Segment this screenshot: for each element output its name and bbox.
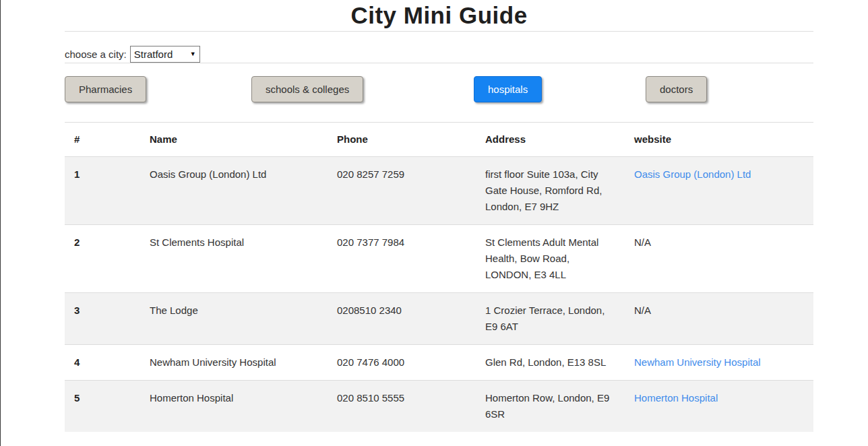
hospital-website-cell: Newham University Hospital <box>625 345 813 381</box>
hospital-address: Glen Rd, London, E13 8SL <box>476 345 625 381</box>
main-container: City Mini Guide choose a city: Stratford… <box>65 0 813 432</box>
row-number: 3 <box>65 293 140 345</box>
category-button-hospitals[interactable]: hospitals <box>474 76 542 102</box>
divider <box>65 63 813 63</box>
category-button-bar: Pharmacies schools & colleges hospitals … <box>65 76 813 105</box>
category-button-pharmacies[interactable]: Pharmacies <box>65 76 146 102</box>
table-row: 1Oasis Group (London) Ltd020 8257 7259fi… <box>65 157 813 225</box>
city-select-wrap: Stratford ▼ <box>130 46 200 63</box>
column-header-address: Address <box>476 123 625 157</box>
hospital-address: 1 Crozier Terrace, London, E9 6AT <box>476 293 625 345</box>
column-header-number: # <box>65 123 140 157</box>
category-button-doctors[interactable]: doctors <box>646 76 707 102</box>
hospitals-table: # Name Phone Address website 1Oasis Grou… <box>65 122 813 432</box>
hospital-phone: 020 8510 5555 <box>328 381 476 433</box>
hospital-website-link[interactable]: Homerton Hospital <box>634 392 718 404</box>
category-button-schools-colleges[interactable]: schools & colleges <box>251 76 363 102</box>
hospital-address: Homerton Row, London, E9 6SR <box>476 381 625 433</box>
hospital-website-cell: Homerton Hospital <box>625 381 813 433</box>
table-row: 5Homerton Hospital020 8510 5555Homerton … <box>65 381 813 433</box>
hospital-phone: 020 8257 7259 <box>328 157 476 225</box>
city-picker-row: choose a city: Stratford ▼ <box>65 46 813 63</box>
table-row: 2St Clements Hospital020 7377 7984St Cle… <box>65 225 813 293</box>
hospitals-table-body: 1Oasis Group (London) Ltd020 8257 7259fi… <box>65 157 813 433</box>
hospital-name: Newham University Hospital <box>140 345 328 381</box>
hospital-address: first floor Suite 103a, City Gate House,… <box>476 157 625 225</box>
hospital-phone: 020 7476 4000 <box>328 345 476 381</box>
page-title: City Mini Guide <box>65 0 813 31</box>
row-number: 5 <box>65 381 140 433</box>
column-header-name: Name <box>140 123 328 157</box>
hospital-name: Oasis Group (London) Ltd <box>140 157 328 225</box>
hospital-phone: 020 7377 7984 <box>328 225 476 293</box>
hospital-website-cell: N/A <box>625 225 813 293</box>
hospital-name: Homerton Hospital <box>140 381 328 433</box>
table-row: 3The Lodge0208510 23401 Crozier Terrace,… <box>65 293 813 345</box>
divider <box>65 31 813 32</box>
hospital-website-link[interactable]: Newham University Hospital <box>634 356 761 368</box>
row-number: 4 <box>65 345 140 381</box>
row-number: 1 <box>65 157 140 225</box>
column-header-phone: Phone <box>328 123 476 157</box>
hospital-name: St Clements Hospital <box>140 225 328 293</box>
hospital-website-cell: N/A <box>625 293 813 345</box>
hospital-address: St Clements Adult Mental Health, Bow Roa… <box>476 225 625 293</box>
hospital-website-link[interactable]: Oasis Group (London) Ltd <box>634 168 751 180</box>
window-left-edge <box>0 0 1 446</box>
city-picker-label: choose a city: <box>65 49 127 60</box>
city-select[interactable]: Stratford <box>130 46 200 63</box>
table-row: 4Newham University Hospital020 7476 4000… <box>65 345 813 381</box>
hospital-website-cell: Oasis Group (London) Ltd <box>625 157 813 225</box>
column-header-website: website <box>625 123 813 157</box>
hospital-name: The Lodge <box>140 293 328 345</box>
table-header-row: # Name Phone Address website <box>65 123 813 157</box>
row-number: 2 <box>65 225 140 293</box>
hospital-phone: 0208510 2340 <box>328 293 476 345</box>
